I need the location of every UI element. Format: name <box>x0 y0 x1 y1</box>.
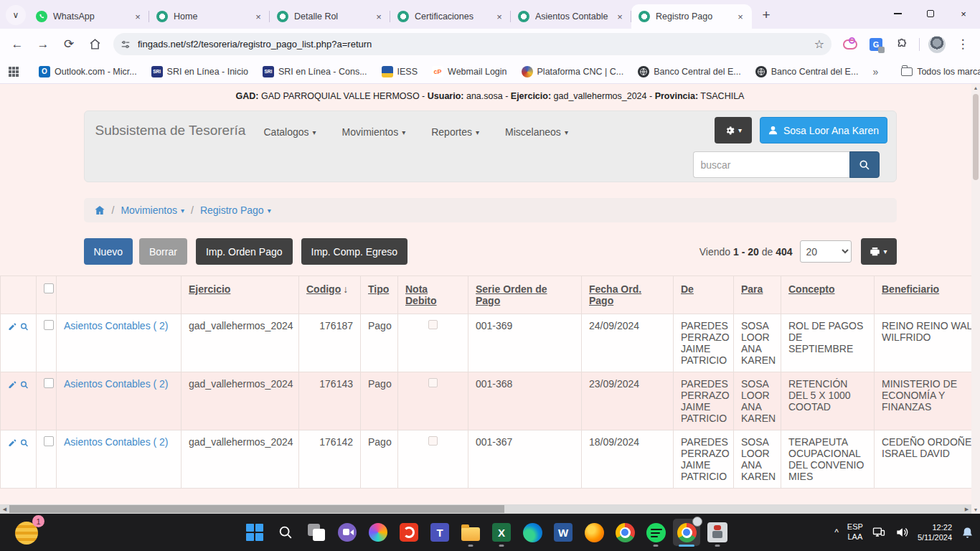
bookmarks-overflow-icon[interactable]: » <box>867 66 884 77</box>
tab-detalle-rol[interactable]: Detalle Rol × <box>270 4 390 29</box>
tab-whatsapp[interactable]: WhatsApp × <box>29 4 149 29</box>
chrome-active-icon[interactable] <box>673 519 700 546</box>
back-icon[interactable]: ← <box>6 33 29 56</box>
tab-close-icon[interactable]: × <box>494 11 505 22</box>
tab-certificaciones[interactable]: Certificaciones × <box>390 4 511 29</box>
asientos-contables-link[interactable]: Asientos Contables ( 2) <box>64 378 169 390</box>
user-button[interactable]: Sosa Loor Ana Karen <box>760 117 887 143</box>
tab-registro-pago[interactable]: Registro Pago × <box>631 4 752 29</box>
extension-pink-icon[interactable] <box>839 33 862 56</box>
tab-search-button[interactable]: ∨ <box>6 5 26 25</box>
asientos-contables-link[interactable]: Asientos Contables ( 2) <box>64 436 169 448</box>
home-icon[interactable] <box>83 33 106 56</box>
vertical-scrollbar[interactable]: ▲ ▼ <box>971 84 980 514</box>
view-icon[interactable] <box>20 321 29 332</box>
nuevo-button[interactable]: Nuevo <box>84 238 133 265</box>
page-size-select[interactable]: 20 <box>800 240 852 263</box>
borrar-button[interactable]: Borrar <box>139 238 187 265</box>
taskbar-search-icon[interactable] <box>272 519 299 546</box>
language-indicator[interactable]: ESPLAA <box>847 522 863 542</box>
menu-catalogos[interactable]: Catalogos▾ <box>264 126 316 138</box>
view-icon[interactable] <box>20 438 29 448</box>
firefox-icon[interactable] <box>580 519 608 546</box>
edit-icon[interactable] <box>8 380 17 390</box>
bookmark-webmail[interactable]: cP Webmail Login <box>426 63 512 80</box>
java-app-icon[interactable] <box>704 519 731 546</box>
col-fecha-ord-pago[interactable]: Fecha Ord. Pago <box>589 283 641 306</box>
col-tipo[interactable]: Tipo <box>368 283 389 295</box>
select-all-checkbox[interactable] <box>44 283 54 293</box>
bookmark-banco-central-1[interactable]: Banco Central del E... <box>632 63 747 80</box>
col-beneficiario[interactable]: Beneficiario <box>882 283 939 295</box>
site-settings-icon[interactable] <box>121 39 131 50</box>
bookmark-sri-inicio[interactable]: SRI SRI en Línea - Inicio <box>146 63 254 80</box>
copilot-icon[interactable] <box>364 519 392 546</box>
start-button[interactable] <box>241 519 268 546</box>
imp-orden-pago-button[interactable]: Imp. Orden Pago <box>196 238 293 265</box>
bookmark-iess[interactable]: IESS <box>376 63 424 80</box>
clock[interactable]: 12:225/11/2024 <box>918 522 952 543</box>
col-codigo[interactable]: Codigo <box>306 283 341 295</box>
chat-app-icon[interactable] <box>334 519 361 546</box>
bookmark-cnc[interactable]: Plataforma CNC | C... <box>516 63 630 80</box>
scroll-right-icon[interactable]: ▶ <box>962 507 971 512</box>
word-icon[interactable]: W <box>550 519 577 546</box>
edit-icon[interactable] <box>8 438 17 448</box>
menu-miscelaneos[interactable]: Miscelaneos▾ <box>505 126 568 138</box>
browser-menu-icon[interactable]: ⋮ <box>951 33 974 56</box>
settings-button[interactable]: ▾ <box>715 117 752 143</box>
breadcrumb-movimientos[interactable]: Movimientos▾ <box>121 204 184 216</box>
scroll-up-icon[interactable]: ▲ <box>974 85 979 90</box>
col-concepto[interactable]: Concepto <box>788 283 835 295</box>
bookmark-sri-consultas[interactable]: SRI SRI en Línea - Cons... <box>257 63 373 80</box>
apps-grid-icon[interactable] <box>9 67 19 77</box>
tab-asientos-contables[interactable]: Asientos Contables × <box>511 4 631 29</box>
pdf-app-icon[interactable] <box>395 519 423 546</box>
search-button[interactable] <box>849 151 880 178</box>
col-nota-debito[interactable]: Nota Debito <box>405 283 437 306</box>
horizontal-scroll-thumb[interactable] <box>9 505 504 513</box>
edit-icon[interactable] <box>8 321 17 332</box>
volume-icon[interactable] <box>895 525 909 540</box>
col-de[interactable]: De <box>681 283 694 295</box>
address-bar[interactable]: fingads.net/sf2/tesoreria/registro_pago_… <box>113 33 831 55</box>
row-checkbox[interactable] <box>44 378 54 388</box>
bookmark-star-icon[interactable]: ☆ <box>814 37 824 51</box>
breadcrumb-registro-pago[interactable]: Registro Pago▾ <box>200 204 271 216</box>
tab-close-icon[interactable]: × <box>132 11 143 22</box>
window-minimize-button[interactable] <box>881 0 914 27</box>
all-bookmarks[interactable]: Todos los marcadores <box>895 64 980 80</box>
chrome-icon[interactable] <box>611 519 639 546</box>
search-input[interactable] <box>693 151 849 178</box>
tab-close-icon[interactable]: × <box>614 11 626 22</box>
scroll-left-icon[interactable]: ◀ <box>0 507 9 512</box>
teams-icon[interactable]: T <box>426 519 453 546</box>
tab-close-icon[interactable]: × <box>735 11 746 22</box>
col-serie-orden-pago[interactable]: Serie Orden de Pago <box>476 283 547 306</box>
scroll-down-icon[interactable]: ▼ <box>974 507 979 512</box>
notification-bell-icon[interactable] <box>961 526 974 540</box>
tab-close-icon[interactable]: × <box>253 11 264 22</box>
spotify-icon[interactable] <box>642 519 669 546</box>
window-maximize-button[interactable] <box>914 0 947 27</box>
edge-icon[interactable] <box>519 519 546 546</box>
profile-avatar[interactable] <box>925 33 948 56</box>
widgets-button[interactable]: 1 <box>13 519 40 547</box>
print-button[interactable]: ▾ <box>861 238 897 265</box>
row-checkbox[interactable] <box>44 320 54 330</box>
hidden-icons-chevron[interactable]: ^ <box>834 527 839 537</box>
file-explorer-icon[interactable] <box>457 519 484 546</box>
network-icon[interactable] <box>872 525 886 540</box>
new-tab-button[interactable]: + <box>756 5 776 25</box>
forward-icon[interactable]: → <box>32 33 55 56</box>
task-view-icon[interactable] <box>303 519 330 546</box>
extensions-icon[interactable] <box>890 33 913 56</box>
horizontal-scrollbar[interactable]: ◀ ▶ <box>0 504 971 514</box>
reload-icon[interactable]: ⟳ <box>57 33 80 56</box>
window-close-button[interactable]: × <box>947 0 980 27</box>
vertical-scroll-thumb[interactable] <box>973 94 979 180</box>
menu-reportes[interactable]: Reportes▾ <box>431 126 479 138</box>
bookmark-banco-central-2[interactable]: Banco Central del E... <box>750 63 864 80</box>
bookmark-outlook[interactable]: O Outlook.com - Micr... <box>33 63 143 80</box>
translate-icon[interactable]: G <box>864 33 887 56</box>
